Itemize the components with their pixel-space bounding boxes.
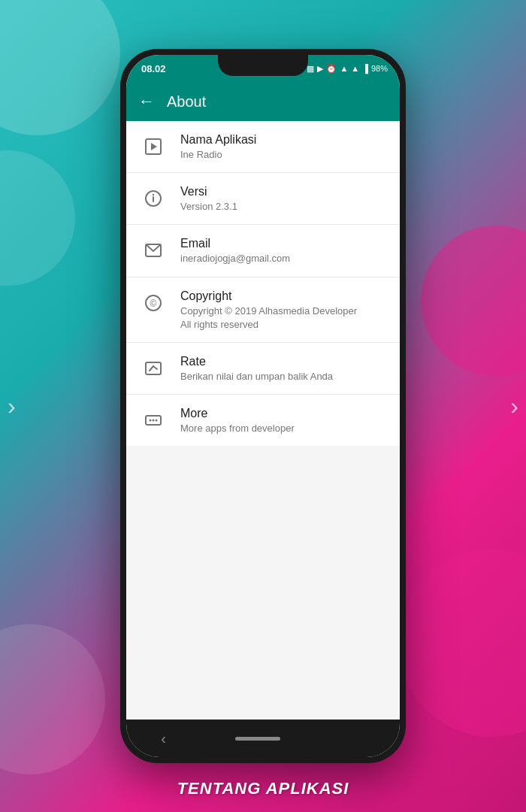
bg-decoration-1 xyxy=(0,0,120,135)
toolbar-title: About xyxy=(167,93,206,111)
phone-frame: 08.02 ♪ ▦ ▶ ⏰ ▲ ▲ ▐ 98% ← About xyxy=(120,49,406,763)
battery-text: 98% xyxy=(371,64,388,73)
copyright-label: Copyright xyxy=(180,289,388,303)
copyright-value: Copyright © 2019 Alhasmedia Developer Al… xyxy=(180,304,388,332)
wifi-icon: ▲ xyxy=(340,64,348,73)
svg-rect-8 xyxy=(146,362,161,374)
bg-decoration-3 xyxy=(421,226,526,376)
alarm-icon: ⏰ xyxy=(326,64,337,74)
menu-item-rate[interactable]: Rate Berikan nilai dan umpan balik Anda xyxy=(126,343,400,395)
more-text: More More apps from developer xyxy=(180,405,388,435)
email-icon-wrap xyxy=(138,235,168,265)
version-value: Version 2.3.1 xyxy=(180,200,388,214)
toolbar: ← About xyxy=(126,82,400,121)
status-icons: ♪ ▦ ▶ ⏰ ▲ ▲ ▐ 98% xyxy=(300,64,388,74)
rate-label: Rate xyxy=(180,355,388,368)
svg-marker-1 xyxy=(151,143,157,150)
email-label: Email xyxy=(180,237,388,250)
copyright-icon-wrap: © xyxy=(138,288,168,318)
email-value: ineradiojogja@gmail.com xyxy=(180,252,388,265)
rate-text: Rate Berikan nilai dan umpan balik Anda xyxy=(180,353,388,383)
svg-point-12 xyxy=(150,420,152,422)
menu-item-version[interactable]: Versi Version 2.3.1 xyxy=(126,173,400,225)
version-label: Versi xyxy=(180,185,388,198)
left-chevron-icon[interactable]: › xyxy=(8,392,16,420)
app-name-value: Ine Radio xyxy=(180,148,388,162)
copyright-icon: © xyxy=(144,294,162,312)
battery-icon: ▐ xyxy=(362,64,368,73)
svg-point-14 xyxy=(156,420,158,422)
version-icon-wrap xyxy=(138,183,168,214)
back-button[interactable]: ← xyxy=(138,92,155,111)
notification-icon: ▦ xyxy=(307,64,314,74)
status-time: 08.02 xyxy=(141,63,166,74)
svg-point-4 xyxy=(153,194,154,195)
email-icon xyxy=(144,241,162,259)
menu-item-copyright[interactable]: © Copyright Copyright © 2019 Alhasmedia … xyxy=(126,277,400,343)
signal-icon: ▲ xyxy=(351,64,359,73)
email-text: Email ineradiojogja@gmail.com xyxy=(180,235,388,265)
more-icon xyxy=(144,411,162,429)
rate-value: Berikan nilai dan umpan balik Anda xyxy=(180,370,388,383)
play-icon xyxy=(144,138,162,156)
svg-line-10 xyxy=(153,366,157,369)
nav-back-button[interactable]: ‹ xyxy=(161,730,166,747)
bottom-caption: TENTANG APLIKASI xyxy=(177,779,349,798)
svg-text:©: © xyxy=(150,298,157,309)
rate-icon xyxy=(144,359,162,377)
svg-point-13 xyxy=(153,420,155,422)
more-value: More apps from developer xyxy=(180,422,388,435)
svg-line-9 xyxy=(150,366,153,371)
menu-item-app-name[interactable]: Nama Aplikasi Ine Radio xyxy=(126,121,400,173)
menu-item-email[interactable]: Email ineradiojogja@gmail.com xyxy=(126,225,400,277)
menu-item-more[interactable]: More More apps from developer xyxy=(126,395,400,446)
app-name-label: Nama Aplikasi xyxy=(180,133,388,147)
more-icon-wrap xyxy=(138,405,168,435)
nav-bar: ‹ xyxy=(126,720,400,757)
right-chevron-icon[interactable]: › xyxy=(510,392,518,420)
phone-notch xyxy=(218,55,308,76)
app-name-icon-wrap xyxy=(138,132,168,162)
app-name-text: Nama Aplikasi Ine Radio xyxy=(180,132,388,162)
rate-icon-wrap xyxy=(138,353,168,383)
phone-screen: 08.02 ♪ ▦ ▶ ⏰ ▲ ▲ ▐ 98% ← About xyxy=(126,55,400,757)
youtube-icon: ▶ xyxy=(317,64,323,74)
bg-decoration-5 xyxy=(0,624,105,774)
nav-home-indicator[interactable] xyxy=(235,737,280,741)
bg-decoration-4 xyxy=(398,549,526,737)
more-label: More xyxy=(180,407,388,420)
bg-decoration-2 xyxy=(0,150,75,286)
version-text: Versi Version 2.3.1 xyxy=(180,183,388,214)
copyright-text: Copyright Copyright © 2019 Alhasmedia De… xyxy=(180,288,388,332)
about-content: Nama Aplikasi Ine Radio Versi Version 2.… xyxy=(126,121,400,720)
info-icon xyxy=(144,189,162,208)
